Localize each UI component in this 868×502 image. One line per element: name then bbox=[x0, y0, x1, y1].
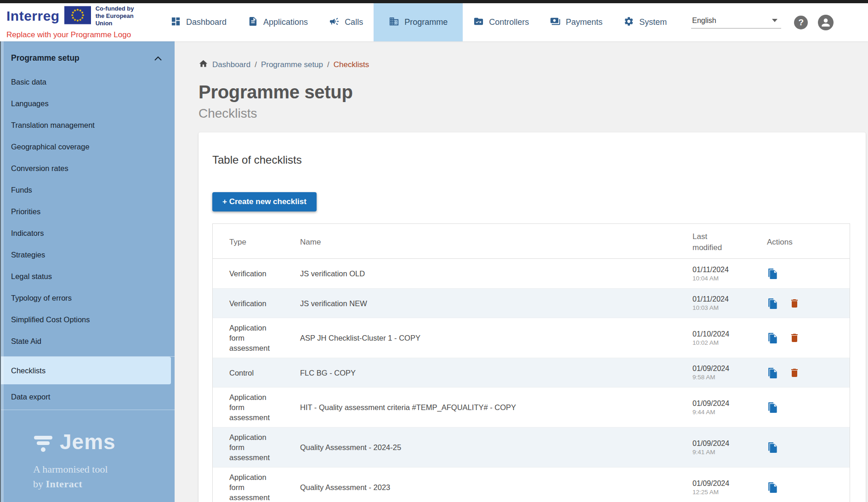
actions-cell bbox=[753, 367, 850, 379]
nav-item-applications[interactable]: Applications bbox=[237, 3, 318, 41]
user-avatar[interactable] bbox=[818, 15, 834, 30]
breadcrumb-link-programme-setup[interactable]: Programme setup bbox=[261, 60, 323, 69]
window-top-bar bbox=[0, 0, 868, 3]
copy-icon[interactable] bbox=[767, 367, 779, 379]
sidebar-item-state-aid[interactable]: State Aid bbox=[1, 331, 175, 352]
nav-item-system[interactable]: System bbox=[613, 3, 677, 41]
sidebar-item-languages[interactable]: Languages bbox=[1, 93, 175, 114]
copy-icon[interactable] bbox=[767, 401, 779, 413]
jems-logo-block: Jems A harmonised tool by Interact bbox=[33, 431, 175, 490]
nav-item-controllers[interactable]: Controllers bbox=[463, 3, 539, 41]
sidebar-item-typology-of-errors[interactable]: Typology of errors bbox=[1, 287, 175, 309]
column-header-name: Name bbox=[300, 235, 684, 247]
applications-icon bbox=[248, 16, 258, 29]
actions-cell bbox=[753, 297, 850, 309]
sidebar-item-conversion-rates[interactable]: Conversion rates bbox=[1, 158, 175, 179]
checklist-name: Quality Assessment - 2024-25 bbox=[300, 442, 684, 452]
sidebar-item-simplified-cost-options[interactable]: Simplified Cost Options bbox=[1, 309, 175, 331]
last-modified-cell: 01/11/202410:03 AM bbox=[684, 295, 753, 311]
calls-icon bbox=[329, 16, 340, 29]
actions-cell bbox=[753, 441, 850, 453]
sidebar-item-translation-management[interactable]: Translation management bbox=[1, 114, 175, 136]
checklist-type: Application form assessment bbox=[213, 392, 300, 422]
top-header: Interreg Co-funded by bbox=[0, 3, 868, 41]
breadcrumb-link-dashboard[interactable]: Dashboard bbox=[212, 60, 250, 69]
column-header-actions: Actions bbox=[753, 236, 850, 247]
checklist-type: Verification bbox=[213, 298, 300, 308]
last-modified-cell: 01/09/20249:58 AM bbox=[684, 365, 753, 381]
programme-logo-block: Interreg Co-funded by bbox=[6, 5, 152, 40]
sidebar-item-legal-status[interactable]: Legal status bbox=[1, 266, 175, 287]
chevron-up-icon bbox=[154, 53, 162, 63]
checklist-type: Application form assessment bbox=[213, 323, 300, 353]
page-title: Programme setup bbox=[199, 82, 866, 103]
sidebar-item-funds[interactable]: Funds bbox=[1, 179, 175, 201]
jems-logo-icon bbox=[33, 434, 53, 456]
language-select[interactable]: English bbox=[691, 17, 781, 29]
sidebar-item-indicators[interactable]: Indicators bbox=[1, 222, 175, 244]
checklists-card: Table of checklists + Create new checkli… bbox=[199, 132, 866, 502]
sidebar-item-strategies[interactable]: Strategies bbox=[1, 244, 175, 266]
last-modified-cell: 01/10/202410:02 AM bbox=[684, 330, 753, 346]
delete-icon[interactable] bbox=[789, 298, 800, 309]
table-row: Application form assessmentASP JH Checkl… bbox=[213, 318, 850, 358]
checklist-name: ASP JH Checklist-Cluster 1 - COPY bbox=[300, 333, 684, 343]
breadcrumb-current: Checklists bbox=[334, 60, 369, 69]
checklist-type: Control bbox=[213, 368, 300, 378]
nav-item-calls[interactable]: Calls bbox=[318, 3, 374, 41]
sidebar-item-data-export[interactable]: Data export bbox=[1, 384, 175, 410]
nav-item-payments[interactable]: Payments bbox=[539, 3, 613, 41]
payments-icon bbox=[550, 16, 561, 29]
table-row: Application form assessmentQuality Asses… bbox=[213, 427, 850, 467]
system-icon bbox=[624, 16, 634, 29]
sidebar-item-geographical-coverage[interactable]: Geographical coverage bbox=[1, 136, 175, 158]
actions-cell bbox=[753, 401, 850, 413]
jems-byline: by Interact bbox=[33, 478, 175, 490]
card-title: Table of checklists bbox=[212, 154, 850, 166]
sidebar-item-basic-data[interactable]: Basic data bbox=[1, 71, 175, 93]
sidebar-section-programme-setup[interactable]: Programme setup bbox=[1, 41, 175, 71]
actions-cell bbox=[753, 481, 850, 493]
help-button[interactable]: ? bbox=[794, 16, 808, 29]
copy-icon[interactable] bbox=[767, 332, 779, 344]
checklist-name: FLC BG - COPY bbox=[300, 368, 684, 378]
last-modified-cell: 01/09/20249:41 AM bbox=[684, 439, 753, 456]
main-content: Dashboard / Programme setup / Checklists… bbox=[175, 41, 868, 502]
table-row: Application form assessmentHIT - Quality… bbox=[213, 387, 850, 427]
jems-wordmark: Jems bbox=[60, 431, 116, 452]
page-subtitle: Checklists bbox=[199, 106, 866, 121]
column-header-last-modified: Last modified bbox=[684, 229, 735, 253]
checklist-type: Application form assessment bbox=[213, 432, 300, 462]
table-row: VerificationJS verification OLD01/11/202… bbox=[213, 259, 850, 288]
controllers-icon bbox=[473, 16, 484, 29]
interreg-logo: Interreg bbox=[6, 9, 60, 23]
nav-item-dashboard[interactable]: Dashboard bbox=[160, 3, 237, 41]
eu-cofunded-text: Co-funded by the European Union bbox=[96, 5, 152, 28]
checklist-type: Application form assessment bbox=[213, 472, 300, 502]
jems-tagline: A harmonised tool bbox=[33, 463, 175, 475]
sidebar-item-checklists[interactable]: Checklists bbox=[1, 357, 171, 384]
last-modified-cell: 01/09/202412:25 AM bbox=[684, 479, 753, 496]
checklist-name: JS verification NEW bbox=[300, 298, 684, 308]
sidebar-item-priorities[interactable]: Priorities bbox=[1, 201, 175, 222]
nav-item-programme[interactable]: Programme bbox=[374, 3, 463, 41]
dashboard-icon bbox=[170, 16, 181, 29]
home-icon[interactable] bbox=[199, 59, 208, 71]
create-new-checklist-button[interactable]: + Create new checklist bbox=[212, 192, 317, 211]
delete-icon[interactable] bbox=[789, 332, 800, 343]
main-nav: Dashboard Applications Calls Programme C… bbox=[160, 3, 677, 41]
copy-icon[interactable] bbox=[767, 441, 779, 453]
copy-icon[interactable] bbox=[767, 297, 779, 309]
last-modified-cell: 01/09/20249:44 AM bbox=[684, 399, 753, 416]
eu-flag-icon bbox=[64, 6, 91, 26]
person-icon bbox=[820, 17, 832, 29]
checklist-name: JS verification OLD bbox=[300, 268, 684, 279]
checklist-name: Quality Assessment - 2023 bbox=[300, 482, 684, 492]
actions-cell bbox=[753, 332, 850, 344]
copy-icon[interactable] bbox=[767, 481, 779, 493]
last-modified-cell: 01/11/202410:04 AM bbox=[684, 266, 753, 282]
delete-icon[interactable] bbox=[789, 367, 800, 378]
table-row: ControlFLC BG - COPY01/09/20249:58 AM bbox=[213, 358, 850, 387]
copy-icon[interactable] bbox=[767, 268, 779, 280]
checklist-name: HIT - Quality assessment criteria #TEMP_… bbox=[300, 402, 684, 412]
